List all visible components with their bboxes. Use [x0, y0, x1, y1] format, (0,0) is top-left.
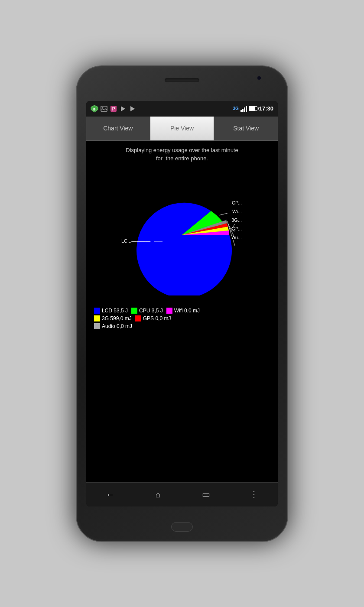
gps-swatch: [135, 315, 141, 321]
legend: LCD 53,5 J CPU 3,5 J Wifi 0,0 mJ: [90, 304, 274, 334]
network-label: 3G: [233, 106, 238, 111]
main-content: Displaying energy usage over the last mi…: [86, 141, 278, 482]
speaker: [165, 78, 199, 82]
threeg-swatch: [94, 315, 100, 321]
gps-label: GPS 0,0 mJ: [143, 315, 171, 321]
camera: [257, 76, 261, 80]
pie-chart-container: LC...———— CP... Wi... 3G... GP...: [121, 174, 243, 295]
svg-rect-2: [101, 106, 107, 111]
legend-item-audio: Audio 0,0 mJ: [94, 323, 132, 329]
cpu-swatch: [131, 308, 137, 314]
signal-bars: [240, 106, 247, 112]
tab-bar: Chart View Pie View Stat View: [86, 117, 278, 141]
bottom-nav: ← ⌂ ▭ ⋮: [86, 482, 278, 506]
wifi-swatch: [166, 308, 172, 314]
chart-label-lcd: LC...————: [121, 238, 150, 243]
legend-row-2: 3G 599,0 mJ GPS 0,0 mJ: [94, 315, 270, 321]
svg-marker-7: [130, 106, 135, 111]
phone-device: B P: [76, 65, 288, 542]
subtitle-text: Displaying energy usage over the last mi…: [126, 146, 238, 163]
chart-label-cpu: CP...: [232, 200, 242, 205]
svg-text:B: B: [93, 107, 96, 111]
phone-screen: B P: [86, 101, 278, 506]
legend-row-3: Audio 0,0 mJ: [94, 323, 270, 329]
legend-item-lcd: LCD 53,5 J: [94, 308, 128, 314]
recents-button[interactable]: ▭: [195, 486, 217, 503]
p-icon: P: [110, 105, 117, 113]
legend-item-wifi: Wifi 0,0 mJ: [166, 308, 200, 314]
menu-button[interactable]: ⋮: [243, 486, 265, 503]
status-right: 3G 17:30: [233, 105, 273, 112]
play-icon: [119, 105, 127, 113]
physical-home-button[interactable]: [171, 522, 193, 532]
back-button[interactable]: ←: [99, 486, 121, 503]
lcd-swatch: [94, 308, 100, 314]
chart-label-3g: 3G...: [231, 217, 242, 223]
svg-line-9: [219, 213, 228, 215]
legend-row-1: LCD 53,5 J CPU 3,5 J Wifi 0,0 mJ: [94, 308, 270, 314]
battery-icon: [249, 106, 257, 111]
chart-label-gps: GP...: [231, 226, 242, 231]
play2-icon: [129, 105, 136, 113]
svg-marker-6: [121, 106, 125, 111]
legend-item-cpu: CPU 3,5 J: [131, 308, 163, 314]
audio-label: Audio 0,0 mJ: [102, 323, 132, 329]
cpu-label: CPU 3,5 J: [139, 308, 163, 314]
tab-stat-view[interactable]: Stat View: [214, 117, 278, 140]
pie-chart-svg: [121, 174, 243, 295]
status-left-icons: B P: [91, 105, 136, 113]
lcd-label: LCD 53,5 J: [102, 308, 128, 314]
wifi-label: Wifi 0,0 mJ: [174, 308, 200, 314]
audio-swatch: [94, 323, 100, 329]
chart-label-audio: Au...: [232, 235, 242, 240]
legend-item-gps: GPS 0,0 mJ: [135, 315, 171, 321]
svg-text:P: P: [112, 107, 115, 111]
time-display: 17:30: [259, 105, 273, 112]
image-icon: [100, 105, 108, 113]
home-button[interactable]: ⌂: [147, 486, 169, 503]
tab-pie-view[interactable]: Pie View: [150, 117, 214, 140]
status-bar: B P: [86, 101, 278, 117]
chart-label-wifi: Wi...: [232, 209, 242, 214]
svg-point-3: [102, 107, 104, 108]
tab-chart-view[interactable]: Chart View: [86, 117, 150, 140]
threeg-label: 3G 599,0 mJ: [102, 315, 132, 321]
legend-item-3g: 3G 599,0 mJ: [94, 315, 132, 321]
shield-icon: B: [91, 105, 98, 113]
